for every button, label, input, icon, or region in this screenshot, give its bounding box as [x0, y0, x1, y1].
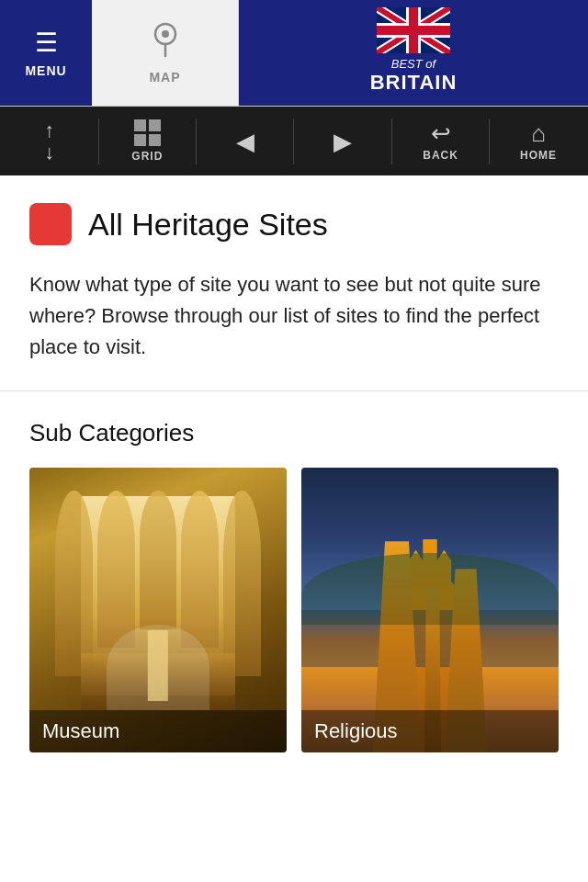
logo-britain: BRITAIN [370, 71, 458, 95]
logo-best-of: BEST of [370, 57, 458, 71]
svg-point-1 [162, 30, 169, 38]
home-label: HOME [520, 149, 557, 162]
toolbar-divider-2 [196, 119, 197, 164]
grid-icon [134, 119, 161, 146]
category-card-religious[interactable]: Religious [301, 468, 559, 752]
uk-flag-icon [377, 7, 450, 53]
toolbar: ↑ ↓ GRID ◀ ▶ ↩ BACK ⌂ HOME [0, 107, 588, 175]
next-button[interactable]: ▶ [311, 130, 375, 153]
home-button[interactable]: ⌂ HOME [506, 121, 571, 162]
category-icon [29, 203, 72, 245]
next-icon: ▶ [334, 130, 352, 153]
menu-button[interactable]: ☰ MENU [0, 0, 92, 106]
toolbar-divider-3 [293, 119, 294, 164]
menu-label: MENU [25, 63, 66, 78]
home-icon: ⌂ [531, 121, 546, 145]
content-divider [0, 390, 588, 391]
menu-icon: ☰ [35, 28, 58, 58]
toolbar-divider-5 [489, 119, 490, 164]
museum-label-bar: Museum [29, 710, 287, 752]
categories-grid: Museum Religious [29, 468, 559, 752]
religious-label: Religious [314, 719, 546, 743]
page-description: Know what type of site you want to see b… [29, 269, 559, 363]
toolbar-divider-1 [98, 119, 99, 164]
map-button[interactable]: MAP [92, 0, 239, 106]
map-label: MAP [149, 70, 180, 85]
app-header: ☰ MENU MAP [0, 0, 588, 107]
sort-button[interactable]: ↑ ↓ [17, 120, 82, 163]
logo-text: BEST of BRITAIN [363, 53, 465, 98]
sort-icon: ↑ ↓ [44, 120, 54, 163]
previous-button[interactable]: ◀ [213, 130, 277, 153]
map-pin-icon [151, 21, 180, 64]
museum-label: Museum [42, 719, 274, 743]
back-button[interactable]: ↩ BACK [409, 121, 473, 162]
religious-label-bar: Religious [301, 710, 559, 752]
grid-button[interactable]: GRID [115, 119, 179, 163]
back-icon: ↩ [431, 121, 451, 145]
svg-rect-11 [377, 26, 450, 35]
back-label: BACK [423, 149, 458, 162]
category-card-museum[interactable]: Museum [29, 468, 287, 752]
main-content: All Heritage Sites Know what type of sit… [0, 175, 588, 771]
toolbar-divider-4 [391, 119, 392, 164]
previous-icon: ◀ [236, 130, 254, 153]
logo-area: BEST of BRITAIN [239, 0, 588, 106]
grid-label: GRID [131, 150, 163, 163]
sub-categories-title: Sub Categories [29, 419, 559, 447]
page-title-row: All Heritage Sites [29, 203, 559, 245]
page-title: All Heritage Sites [88, 207, 328, 243]
